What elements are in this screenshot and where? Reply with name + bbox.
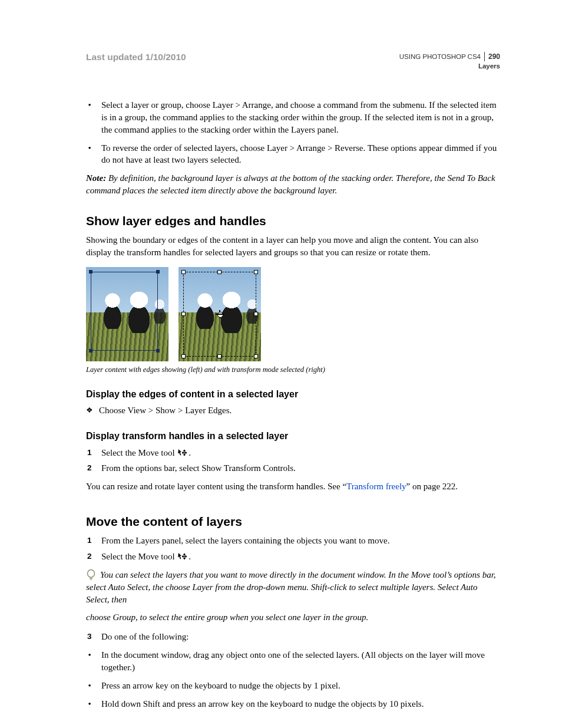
header-meta: USING PHOTOSHOP CS4 290 Layers (399, 52, 500, 71)
note-label: Note: (86, 173, 106, 183)
last-updated: Last updated 1/10/2010 (86, 52, 186, 62)
step-text: Choose View > Show > Layer Edges. (99, 406, 232, 415)
diamond-bullet-icon: ❖ (86, 405, 93, 416)
step-text: Select the Move tool (101, 552, 177, 561)
move-steps-cont: Do one of the following: (86, 631, 500, 643)
text-run: ” on page 222. (406, 482, 458, 491)
list-item: Select the Move tool . (98, 551, 500, 563)
list-item: In the document window, drag any object … (98, 649, 500, 674)
tip-block: You can select the layers that you want … (86, 569, 500, 606)
text-run: You can resize and rotate layer content … (86, 482, 346, 491)
note-text: By definition, the background layer is a… (86, 173, 495, 195)
svg-point-4 (88, 569, 95, 577)
list-item: Select a layer or group, choose Layer > … (98, 99, 500, 136)
note-block: Note: By definition, the background laye… (86, 172, 500, 197)
page-number: 290 (484, 52, 500, 61)
list-item: Hold down Shift and press an arrow key o… (98, 698, 500, 710)
list-item: To reverse the order of selected layers,… (98, 142, 500, 167)
tip-text: You can select the layers that you want … (86, 569, 500, 606)
list-item: Do one of the following: (98, 631, 500, 643)
heading-display-transform: Display transform handles in a selected … (86, 430, 500, 443)
move-tool-icon (178, 552, 187, 560)
move-steps: From the Layers panel, select the layers… (86, 535, 500, 563)
figure-transform (178, 267, 261, 361)
heading-show-edges: Show layer edges and handles (86, 212, 500, 229)
list-item: From the options bar, select Show Transf… (98, 462, 500, 475)
move-tool-icon (178, 449, 187, 456)
lightbulb-icon (86, 569, 96, 585)
figure-edges (86, 267, 168, 361)
figure-row (86, 267, 500, 361)
list-item: From the Layers panel, select the layers… (98, 535, 500, 547)
section-name: Layers (399, 62, 500, 71)
paragraph: Showing the boundary or edges of the con… (86, 234, 500, 259)
heading-display-edges: Display the edges of content in a select… (86, 388, 500, 401)
tip-continuation: choose Group, to select the entire group… (86, 611, 500, 624)
intro-bullet-list: Select a layer or group, choose Layer > … (86, 99, 500, 166)
list-item: Select the Move tool . (98, 447, 500, 459)
list-item: Press an arrow key on the keyboard to nu… (98, 680, 500, 692)
doc-title: USING PHOTOSHOP CS4 (399, 52, 481, 62)
link-transform-freely[interactable]: Transform freely (346, 482, 406, 491)
move-sub-bullets: In the document window, drag any object … (86, 649, 500, 710)
figure-caption: Layer content with edges showing (left) … (86, 365, 500, 375)
paragraph: You can resize and rotate layer content … (86, 480, 500, 493)
transform-steps: Select the Move tool . From the options … (86, 447, 500, 475)
heading-move-content: Move the content of layers (86, 513, 500, 530)
step-text: Select the Move tool (101, 448, 177, 457)
single-step: ❖Choose View > Show > Layer Edges. (86, 404, 500, 417)
